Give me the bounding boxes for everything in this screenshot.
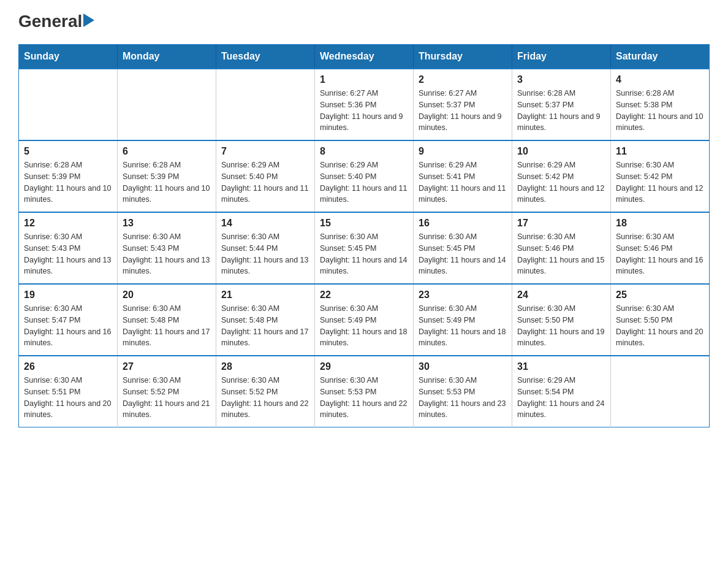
day-cell: 11Sunrise: 6:30 AM Sunset: 5:42 PM Dayli… (611, 140, 710, 212)
day-number: 11 (616, 146, 704, 157)
day-number: 1 (320, 74, 408, 85)
day-info: Sunrise: 6:30 AM Sunset: 5:48 PM Dayligh… (123, 303, 211, 349)
week-row-5: 26Sunrise: 6:30 AM Sunset: 5:51 PM Dayli… (19, 356, 710, 427)
day-cell: 31Sunrise: 6:29 AM Sunset: 5:54 PM Dayli… (512, 356, 611, 427)
day-info: Sunrise: 6:28 AM Sunset: 5:37 PM Dayligh… (517, 88, 605, 134)
day-number: 27 (123, 361, 211, 372)
day-number: 19 (24, 289, 112, 301)
day-info: Sunrise: 6:30 AM Sunset: 5:51 PM Dayligh… (24, 375, 112, 421)
day-info: Sunrise: 6:29 AM Sunset: 5:40 PM Dayligh… (221, 159, 309, 205)
week-row-1: 1Sunrise: 6:27 AM Sunset: 5:36 PM Daylig… (19, 69, 710, 140)
day-number: 29 (320, 361, 408, 372)
day-cell: 2Sunrise: 6:27 AM Sunset: 5:37 PM Daylig… (414, 69, 512, 140)
day-cell: 25Sunrise: 6:30 AM Sunset: 5:50 PM Dayli… (611, 284, 710, 356)
day-cell: 3Sunrise: 6:28 AM Sunset: 5:37 PM Daylig… (512, 69, 611, 140)
weekday-header-thursday: Thursday (414, 45, 512, 69)
day-info: Sunrise: 6:28 AM Sunset: 5:39 PM Dayligh… (123, 159, 211, 205)
day-cell: 17Sunrise: 6:30 AM Sunset: 5:46 PM Dayli… (512, 212, 611, 284)
day-cell: 5Sunrise: 6:28 AM Sunset: 5:39 PM Daylig… (19, 140, 118, 212)
day-number: 2 (419, 74, 507, 85)
logo: General (18, 12, 97, 32)
weekday-header-row: SundayMondayTuesdayWednesdayThursdayFrid… (19, 45, 710, 69)
week-row-2: 5Sunrise: 6:28 AM Sunset: 5:39 PM Daylig… (19, 140, 710, 212)
day-info: Sunrise: 6:30 AM Sunset: 5:52 PM Dayligh… (221, 375, 309, 421)
day-cell: 7Sunrise: 6:29 AM Sunset: 5:40 PM Daylig… (216, 140, 315, 212)
day-cell: 20Sunrise: 6:30 AM Sunset: 5:48 PM Dayli… (118, 284, 216, 356)
day-cell: 29Sunrise: 6:30 AM Sunset: 5:53 PM Dayli… (315, 356, 414, 427)
day-cell: 22Sunrise: 6:30 AM Sunset: 5:49 PM Dayli… (315, 284, 414, 356)
week-row-4: 19Sunrise: 6:30 AM Sunset: 5:47 PM Dayli… (19, 284, 710, 356)
week-row-3: 12Sunrise: 6:30 AM Sunset: 5:43 PM Dayli… (19, 212, 710, 284)
day-cell: 1Sunrise: 6:27 AM Sunset: 5:36 PM Daylig… (315, 69, 414, 140)
day-cell: 28Sunrise: 6:30 AM Sunset: 5:52 PM Dayli… (216, 356, 315, 427)
day-info: Sunrise: 6:30 AM Sunset: 5:43 PM Dayligh… (123, 231, 211, 277)
day-info: Sunrise: 6:27 AM Sunset: 5:36 PM Dayligh… (320, 88, 408, 134)
day-cell: 27Sunrise: 6:30 AM Sunset: 5:52 PM Dayli… (118, 356, 216, 427)
day-cell: 16Sunrise: 6:30 AM Sunset: 5:45 PM Dayli… (414, 212, 512, 284)
day-number: 28 (221, 361, 309, 372)
day-number: 25 (616, 289, 704, 301)
logo-arrow-icon (83, 12, 97, 28)
day-info: Sunrise: 6:29 AM Sunset: 5:54 PM Dayligh… (517, 375, 605, 421)
day-info: Sunrise: 6:30 AM Sunset: 5:42 PM Dayligh… (616, 159, 704, 205)
day-cell: 15Sunrise: 6:30 AM Sunset: 5:45 PM Dayli… (315, 212, 414, 284)
day-cell: 19Sunrise: 6:30 AM Sunset: 5:47 PM Dayli… (19, 284, 118, 356)
day-number: 3 (517, 74, 605, 85)
day-info: Sunrise: 6:30 AM Sunset: 5:48 PM Dayligh… (221, 303, 309, 349)
day-cell: 9Sunrise: 6:29 AM Sunset: 5:41 PM Daylig… (414, 140, 512, 212)
day-cell: 13Sunrise: 6:30 AM Sunset: 5:43 PM Dayli… (118, 212, 216, 284)
weekday-header-tuesday: Tuesday (216, 45, 315, 69)
day-info: Sunrise: 6:30 AM Sunset: 5:47 PM Dayligh… (24, 303, 112, 349)
day-number: 7 (221, 146, 309, 157)
day-number: 9 (419, 146, 507, 157)
day-cell: 30Sunrise: 6:30 AM Sunset: 5:53 PM Dayli… (414, 356, 512, 427)
weekday-header-wednesday: Wednesday (315, 45, 414, 69)
day-number: 8 (320, 146, 408, 157)
day-number: 16 (419, 218, 507, 229)
day-cell (216, 69, 315, 140)
day-cell: 6Sunrise: 6:28 AM Sunset: 5:39 PM Daylig… (118, 140, 216, 212)
day-number: 17 (517, 218, 605, 229)
day-cell (19, 69, 118, 140)
day-info: Sunrise: 6:30 AM Sunset: 5:46 PM Dayligh… (616, 231, 704, 277)
day-number: 23 (419, 289, 507, 301)
day-info: Sunrise: 6:28 AM Sunset: 5:39 PM Dayligh… (24, 159, 112, 205)
day-info: Sunrise: 6:30 AM Sunset: 5:53 PM Dayligh… (320, 375, 408, 421)
day-number: 4 (616, 74, 704, 85)
day-number: 15 (320, 218, 408, 229)
day-cell: 10Sunrise: 6:29 AM Sunset: 5:42 PM Dayli… (512, 140, 611, 212)
day-info: Sunrise: 6:30 AM Sunset: 5:50 PM Dayligh… (517, 303, 605, 349)
day-cell: 18Sunrise: 6:30 AM Sunset: 5:46 PM Dayli… (611, 212, 710, 284)
calendar-table: SundayMondayTuesdayWednesdayThursdayFrid… (18, 44, 710, 427)
day-cell: 26Sunrise: 6:30 AM Sunset: 5:51 PM Dayli… (19, 356, 118, 427)
day-number: 12 (24, 218, 112, 229)
day-number: 18 (616, 218, 704, 229)
day-info: Sunrise: 6:29 AM Sunset: 5:40 PM Dayligh… (320, 159, 408, 205)
day-number: 14 (221, 218, 309, 229)
day-number: 20 (123, 289, 211, 301)
day-info: Sunrise: 6:29 AM Sunset: 5:41 PM Dayligh… (419, 159, 507, 205)
day-cell: 23Sunrise: 6:30 AM Sunset: 5:49 PM Dayli… (414, 284, 512, 356)
day-cell (118, 69, 216, 140)
day-number: 31 (517, 361, 605, 372)
day-number: 10 (517, 146, 605, 157)
day-number: 30 (419, 361, 507, 372)
day-cell: 12Sunrise: 6:30 AM Sunset: 5:43 PM Dayli… (19, 212, 118, 284)
day-number: 6 (123, 146, 211, 157)
day-info: Sunrise: 6:30 AM Sunset: 5:44 PM Dayligh… (221, 231, 309, 277)
day-info: Sunrise: 6:29 AM Sunset: 5:42 PM Dayligh… (517, 159, 605, 205)
day-number: 24 (517, 289, 605, 301)
day-info: Sunrise: 6:30 AM Sunset: 5:50 PM Dayligh… (616, 303, 704, 349)
day-info: Sunrise: 6:30 AM Sunset: 5:45 PM Dayligh… (320, 231, 408, 277)
day-number: 5 (24, 146, 112, 157)
day-cell: 21Sunrise: 6:30 AM Sunset: 5:48 PM Dayli… (216, 284, 315, 356)
day-number: 13 (123, 218, 211, 229)
day-cell (611, 356, 710, 427)
day-cell: 4Sunrise: 6:28 AM Sunset: 5:38 PM Daylig… (611, 69, 710, 140)
day-info: Sunrise: 6:30 AM Sunset: 5:46 PM Dayligh… (517, 231, 605, 277)
day-number: 22 (320, 289, 408, 301)
day-info: Sunrise: 6:30 AM Sunset: 5:49 PM Dayligh… (419, 303, 507, 349)
weekday-header-saturday: Saturday (611, 45, 710, 69)
day-info: Sunrise: 6:30 AM Sunset: 5:52 PM Dayligh… (123, 375, 211, 421)
day-info: Sunrise: 6:30 AM Sunset: 5:45 PM Dayligh… (419, 231, 507, 277)
